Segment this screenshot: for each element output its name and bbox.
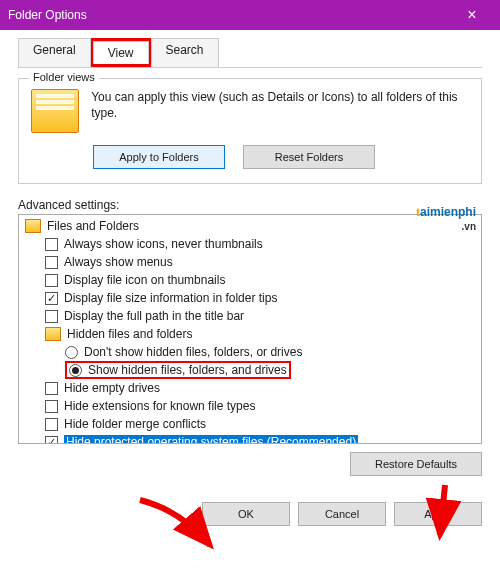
folder-views-icon [31, 89, 79, 133]
checkbox-icon[interactable] [45, 256, 58, 269]
title-bar: Folder Options × [0, 0, 500, 30]
folder-views-group: Folder views You can apply this view (su… [18, 78, 482, 184]
tab-strip: General View Search [18, 38, 482, 68]
radio-icon[interactable] [69, 364, 82, 377]
tree-root[interactable]: Files and Folders [19, 217, 481, 235]
checkbox-icon[interactable] [45, 382, 58, 395]
tree-item[interactable]: Display file icon on thumbnails [19, 271, 481, 289]
checkbox-icon[interactable] [45, 310, 58, 323]
tab-general[interactable]: General [18, 38, 91, 67]
tree-item[interactable]: Always show icons, never thumbnails [19, 235, 481, 253]
restore-defaults-button[interactable]: Restore Defaults [350, 452, 482, 476]
tab-search[interactable]: Search [151, 38, 219, 67]
tree-subgroup[interactable]: Hidden files and folders [19, 325, 481, 343]
tree-item[interactable]: Display file size information in folder … [19, 289, 481, 307]
tree-item[interactable]: Hide empty drives [19, 379, 481, 397]
folder-views-text: You can apply this view (such as Details… [91, 89, 469, 121]
dialog-body: General View Search Folder views You can… [0, 30, 500, 534]
tree-item-selected[interactable]: Hide protected operating system files (R… [19, 433, 481, 444]
tree-radio-item[interactable]: Show hidden files, folders, and drives [19, 361, 481, 379]
reset-folders-button[interactable]: Reset Folders [243, 145, 375, 169]
apply-button[interactable]: Apply [394, 502, 482, 526]
folder-icon [25, 219, 41, 233]
tree-item[interactable]: Display the full path in the title bar [19, 307, 481, 325]
ok-button[interactable]: OK [202, 502, 290, 526]
tree-radio-item[interactable]: Don't show hidden files, folders, or dri… [19, 343, 481, 361]
cancel-button[interactable]: Cancel [298, 502, 386, 526]
advanced-settings-tree[interactable]: Files and Folders Always show icons, nev… [18, 214, 482, 444]
folder-views-legend: Folder views [29, 71, 99, 83]
folder-icon [45, 327, 61, 341]
close-icon[interactable]: × [452, 0, 492, 30]
advanced-settings-label: Advanced settings: [18, 198, 482, 212]
tab-view[interactable]: View [93, 41, 149, 64]
checkbox-icon[interactable] [45, 400, 58, 413]
checkbox-icon[interactable] [45, 274, 58, 287]
show-hidden-highlight: Show hidden files, folders, and drives [65, 361, 291, 379]
tree-item[interactable]: Hide extensions for known file types [19, 397, 481, 415]
checkbox-icon[interactable] [45, 436, 58, 445]
checkbox-icon[interactable] [45, 292, 58, 305]
dialog-buttons: OK Cancel Apply [18, 502, 482, 526]
radio-icon[interactable] [65, 346, 78, 359]
checkbox-icon[interactable] [45, 418, 58, 431]
tree-item[interactable]: Hide folder merge conflicts [19, 415, 481, 433]
apply-to-folders-button[interactable]: Apply to Folders [93, 145, 225, 169]
window-title: Folder Options [8, 8, 452, 22]
checkbox-icon[interactable] [45, 238, 58, 251]
tree-item[interactable]: Always show menus [19, 253, 481, 271]
view-tab-highlight: View [90, 38, 151, 67]
